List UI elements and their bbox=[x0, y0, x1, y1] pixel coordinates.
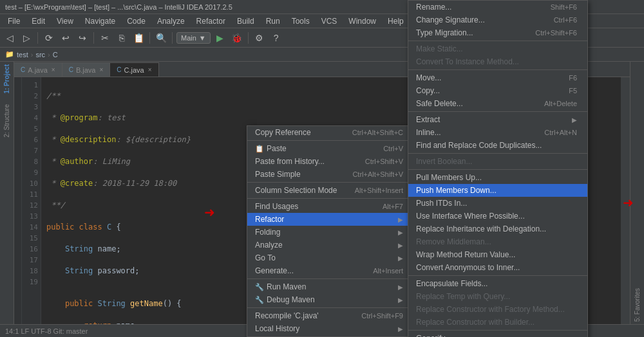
menu-navigate[interactable]: Navigate bbox=[80, 15, 120, 27]
ctx-find-usages[interactable]: Find Usages Alt+F7 bbox=[247, 200, 413, 213]
ctx-recompile[interactable]: Recompile 'C.java' Ctrl+Shift+F9 bbox=[247, 309, 413, 322]
src-folder[interactable]: src bbox=[35, 51, 45, 59]
project-icon: 📁 bbox=[5, 50, 14, 59]
ref-convert-instance-label: Convert To Instance Method... bbox=[416, 57, 519, 66]
menu-vcs[interactable]: VCS bbox=[316, 15, 343, 27]
project-name[interactable]: test bbox=[17, 51, 28, 59]
ref-wrap-return-label: Wrap Method Return Value... bbox=[416, 250, 515, 259]
ctx-paste-history[interactable]: Paste from History... Ctrl+Shift+V bbox=[247, 155, 413, 168]
ref-move[interactable]: Move... F6 bbox=[408, 71, 587, 84]
ref-wrap-return[interactable]: Wrap Method Return Value... bbox=[408, 248, 587, 261]
menu-build[interactable]: Build bbox=[232, 15, 260, 27]
ref-push-members-down[interactable]: Push Members Down... bbox=[408, 184, 587, 197]
ref-extract[interactable]: Extract ▶ bbox=[408, 113, 587, 126]
sdk-button[interactable]: ⚙ bbox=[252, 31, 267, 45]
paste-button[interactable]: 📋 bbox=[131, 31, 146, 45]
run-config-dropdown[interactable]: Main ▼ bbox=[176, 32, 211, 44]
toolbar-sep-4 bbox=[172, 32, 173, 44]
copy-button[interactable]: ⎘ bbox=[115, 31, 129, 45]
ref-use-interface[interactable]: Use Interface Where Possible... bbox=[408, 210, 587, 223]
ref-change-signature[interactable]: Change Signature... Ctrl+F6 bbox=[408, 14, 587, 26]
ctx-paste-history-label: Paste from History... bbox=[255, 157, 325, 166]
menu-edit[interactable]: Edit bbox=[26, 15, 50, 27]
ctx-debug-maven[interactable]: 🔧 Debug Maven ▶ bbox=[247, 293, 413, 306]
ref-find-duplicates[interactable]: Find and Replace Code Duplicates... bbox=[408, 139, 587, 152]
ctx-analyze-label: Analyze bbox=[255, 241, 283, 250]
ref-safe-delete[interactable]: Safe Delete... Alt+Delete bbox=[408, 97, 587, 110]
ref-rename[interactable]: Rename... Shift+F6 bbox=[408, 1, 587, 14]
tab-c-java[interactable]: C C.java × bbox=[110, 62, 158, 77]
ctx-analyze[interactable]: Analyze ▶ bbox=[247, 239, 413, 251]
ref-copy[interactable]: Copy... F5 bbox=[408, 84, 587, 97]
ref-type-migration[interactable]: Type Migration... Ctrl+Shift+F6 bbox=[408, 26, 587, 39]
ctx-paste-shortcut: Ctrl+V bbox=[383, 145, 403, 152]
tab-b-java[interactable]: C B.java × bbox=[62, 62, 111, 77]
menu-file[interactable]: File bbox=[3, 15, 25, 27]
run-button[interactable]: ▶ bbox=[213, 31, 227, 45]
b-java-close[interactable]: × bbox=[99, 66, 103, 73]
menu-run[interactable]: Run bbox=[261, 15, 285, 27]
menu-window[interactable]: Window bbox=[343, 15, 381, 27]
undo-button[interactable]: ↩ bbox=[59, 31, 73, 45]
menu-code[interactable]: Code bbox=[122, 15, 151, 27]
debug-button[interactable]: 🐞 bbox=[230, 31, 244, 45]
menu-help[interactable]: Help bbox=[383, 15, 409, 27]
ctx-copy-reference[interactable]: Copy Reference Ctrl+Alt+Shift+C bbox=[247, 126, 413, 139]
back-button[interactable]: ◁ bbox=[3, 31, 17, 45]
menu-view[interactable]: View bbox=[52, 15, 79, 27]
ctx-generate[interactable]: Generate... Alt+Insert bbox=[247, 264, 413, 277]
refactor-arrow: ➜ bbox=[204, 205, 215, 220]
toolbar-sep-1 bbox=[37, 32, 38, 44]
tab-a-java[interactable]: C A.java × bbox=[14, 62, 62, 77]
ref-pull-members-up[interactable]: Pull Members Up... bbox=[408, 171, 587, 184]
c-file[interactable]: C bbox=[53, 51, 58, 59]
ctx-run-maven-label: Run Maven bbox=[267, 282, 306, 291]
project-panel-label[interactable]: 1: Project bbox=[2, 62, 12, 96]
favorites-panel-label[interactable]: 5: Favorites bbox=[632, 286, 642, 324]
ctx-analyze-arrow-icon: ▶ bbox=[398, 242, 403, 249]
menu-refactor[interactable]: Refactor bbox=[191, 15, 231, 27]
ctx-run-maven[interactable]: 🔧 Run Maven ▶ bbox=[247, 280, 413, 293]
c-java-close[interactable]: × bbox=[148, 66, 152, 73]
sync-button[interactable]: ⟳ bbox=[42, 31, 56, 45]
line-numbers: 12345678910111213141516171819 bbox=[22, 77, 41, 324]
redo-button[interactable]: ↪ bbox=[75, 31, 90, 45]
ref-push-itds[interactable]: Push ITDs In... bbox=[408, 197, 587, 210]
a-java-close[interactable]: × bbox=[52, 66, 55, 73]
ctx-local-history-arrow-icon: ▶ bbox=[398, 325, 403, 332]
menu-analyze[interactable]: Analyze bbox=[152, 15, 190, 27]
ctx-column-mode[interactable]: Column Selection Mode Alt+Shift+Insert bbox=[247, 184, 413, 197]
ref-inline[interactable]: Inline... Ctrl+Alt+N bbox=[408, 126, 587, 139]
menu-tools[interactable]: Tools bbox=[287, 15, 315, 27]
ctx-refactor[interactable]: Refactor ▶ bbox=[247, 213, 413, 226]
search-button[interactable]: 🔍 bbox=[154, 31, 168, 45]
ref-replace-inheritance[interactable]: Replace Inheritance with Delegation... bbox=[408, 223, 587, 235]
ctx-debug-maven-arrow-icon: ▶ bbox=[398, 296, 403, 304]
right-sidebar: 5: Favorites bbox=[630, 62, 644, 324]
structure-panel-label[interactable]: 2: Structure bbox=[2, 102, 12, 140]
b-java-label: B.java bbox=[76, 66, 96, 74]
help-icon-btn[interactable]: ? bbox=[269, 31, 283, 45]
ctx-paste[interactable]: 📋 Paste Ctrl+V bbox=[247, 142, 413, 155]
ref-convert-anonymous[interactable]: Convert Anonymous to Inner... bbox=[408, 261, 587, 274]
ref-inline-label: Inline... bbox=[416, 128, 441, 137]
ctx-column-mode-label: Column Selection Mode bbox=[255, 186, 337, 195]
ctx-folding-label: Folding bbox=[255, 228, 280, 237]
c-java-label: C.java bbox=[124, 66, 144, 74]
forward-button[interactable]: ▷ bbox=[19, 31, 33, 45]
cut-button[interactable]: ✂ bbox=[98, 31, 112, 45]
ctx-copy-reference-label: Copy Reference bbox=[255, 128, 311, 137]
ctx-paste-simple[interactable]: Paste Simple Ctrl+Alt+Shift+V bbox=[247, 168, 413, 181]
ctx-goto[interactable]: Go To ▶ bbox=[247, 251, 413, 264]
ctx-local-history[interactable]: Local History ▶ bbox=[247, 322, 413, 335]
ref-generify[interactable]: Generify... bbox=[408, 332, 587, 337]
a-java-label: A.java bbox=[28, 66, 48, 74]
ref-inline-shortcut: Ctrl+Alt+N bbox=[544, 129, 577, 136]
ref-use-interface-label: Use Interface Where Possible... bbox=[416, 212, 525, 221]
ref-rename-shortcut: Shift+F6 bbox=[551, 3, 577, 11]
ref-encapsulate-fields[interactable]: Encapsulate Fields... bbox=[408, 277, 587, 290]
ref-extract-arrow-icon: ▶ bbox=[572, 116, 577, 123]
ctx-folding-arrow-icon: ▶ bbox=[398, 229, 403, 236]
ctx-folding[interactable]: Folding ▶ bbox=[247, 226, 413, 239]
maven-icon: 🔧 bbox=[255, 283, 264, 291]
